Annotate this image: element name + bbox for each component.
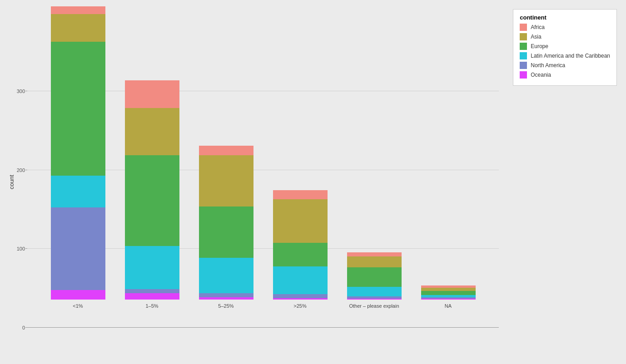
y-axis-label: count [8, 175, 15, 189]
bar-x-label: <1% [73, 303, 83, 309]
legend-item: Asia [520, 33, 610, 40]
legend-item-label: Latin America and the Caribbean [531, 53, 610, 59]
y-tick-label: 100 [17, 246, 25, 251]
bar-group: <1% [41, 9, 115, 309]
bar-group: 5–25% [189, 9, 263, 309]
bar-segment-north-america [199, 293, 253, 297]
bar-x-label: NA [445, 303, 452, 309]
bar-segment-africa [347, 252, 402, 256]
stacked-bar [125, 80, 179, 300]
bar-segment-oceania [421, 299, 476, 300]
legend-item: Oceania [520, 71, 610, 79]
x-axis-line [27, 327, 499, 328]
bar-segment-africa [273, 190, 328, 200]
bar-segment-latin-america-and-the-caribbean [273, 266, 328, 294]
legend-color-box [520, 33, 527, 40]
bar-segment-oceania [347, 299, 402, 300]
legend-item-label: Europe [531, 43, 548, 49]
bar-segment-oceania [51, 290, 105, 300]
legend-item: North America [520, 62, 610, 69]
stacked-bar [51, 6, 105, 300]
legend-item: Africa [520, 24, 610, 31]
y-tick-label: 300 [17, 89, 25, 94]
legend-color-box [520, 24, 527, 31]
bar-segment-asia [51, 14, 105, 42]
stacked-bar [347, 252, 402, 300]
bar-segment-oceania [125, 293, 179, 300]
stacked-bar [273, 190, 328, 300]
bar-segment-europe [347, 267, 402, 287]
bar-x-label: Other – please explain [349, 303, 399, 309]
bar-x-label: 1–5% [145, 303, 158, 309]
bar-segment-africa [125, 80, 179, 108]
bar-segment-north-america [51, 207, 105, 290]
bar-segment-latin-america-and-the-caribbean [51, 176, 105, 207]
legend-item-label: Oceania [531, 72, 551, 78]
bar-segment-asia [199, 155, 253, 207]
legend-item: Europe [520, 43, 610, 50]
bar-segment-oceania [199, 297, 253, 300]
bar-segment-latin-america-and-the-caribbean [125, 246, 179, 290]
bar-group: 1–5% [115, 9, 189, 309]
legend-color-box [520, 52, 527, 59]
plot-area: 0100200300 <1%1–5%5–25%>25%Other – pleas… [27, 9, 499, 328]
bar-group: Other – please explain [337, 9, 411, 309]
bar-segment-europe [421, 291, 476, 295]
y-tick-label: 0 [22, 325, 25, 330]
legend: continent AfricaAsiaEuropeLatin America … [513, 9, 617, 86]
stacked-bar [199, 146, 253, 300]
bar-segment-north-america [273, 294, 328, 298]
y-tick-label: 200 [17, 167, 25, 173]
bar-segment-north-america [125, 289, 179, 293]
bar-segment-asia [273, 199, 328, 243]
legend-item-label: Asia [531, 34, 541, 40]
legend-color-box [520, 71, 527, 79]
stacked-bar [421, 285, 476, 300]
legend-color-box [520, 43, 527, 50]
bars-container: <1%1–5%5–25%>25%Other – please explainNA [27, 9, 499, 309]
bar-segment-europe [125, 155, 179, 246]
bar-x-label: >25% [293, 303, 306, 309]
chart-container: count 0100200300 <1%1–5%5–25%>25%Other –… [0, 0, 626, 364]
bar-x-label: 5–25% [218, 303, 234, 309]
legend-title: continent [520, 14, 610, 21]
legend-item-label: Africa [531, 24, 545, 30]
bar-segment-oceania [273, 298, 328, 300]
bar-segment-africa [51, 6, 105, 14]
bar-segment-africa [199, 146, 253, 155]
bar-group: >25% [263, 9, 337, 309]
bar-segment-asia [125, 108, 179, 155]
bar-segment-latin-america-and-the-caribbean [199, 258, 253, 293]
legend-item-label: North America [531, 62, 565, 69]
bar-segment-europe [199, 207, 253, 258]
legend-item: Latin America and the Caribbean [520, 52, 610, 59]
bar-segment-asia [421, 288, 476, 291]
bar-segment-europe [51, 42, 105, 176]
bar-segment-europe [273, 243, 328, 266]
bar-segment-latin-america-and-the-caribbean [347, 287, 402, 296]
bar-group: NA [411, 9, 485, 309]
bar-segment-asia [347, 256, 402, 267]
legend-color-box [520, 62, 527, 69]
